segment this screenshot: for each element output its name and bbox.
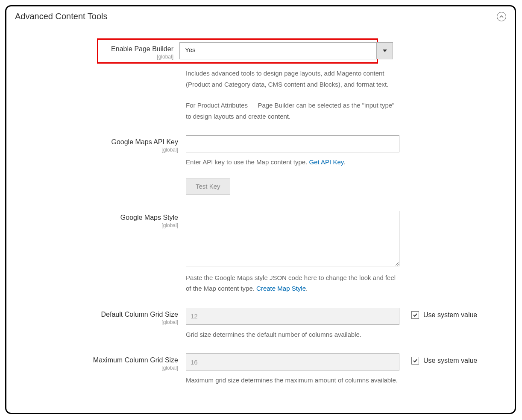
gmaps-style-textarea[interactable] — [186, 211, 399, 266]
checkbox-checked-icon — [411, 311, 419, 319]
collapse-icon[interactable] — [497, 12, 506, 21]
enable-page-builder-select[interactable]: Yes — [179, 42, 393, 59]
max-grid-help: Maximum grid size determines the maximum… — [186, 375, 399, 386]
test-key-button[interactable]: Test Key — [186, 178, 230, 195]
chevron-down-icon — [376, 43, 393, 59]
get-api-key-link[interactable]: Get API Key — [309, 158, 344, 166]
scope-label: [global] — [15, 222, 178, 228]
advanced-content-tools-panel: Advanced Content Tools Enable Page Build… — [5, 5, 516, 414]
gmaps-style-help: Paste the Google Maps style JSON code he… — [186, 272, 399, 294]
select-value: Yes — [180, 43, 376, 59]
gmaps-style-label: Google Maps Style — [15, 213, 178, 222]
scope-label: [global] — [15, 365, 178, 371]
scope-label: [global] — [15, 147, 178, 153]
default-grid-help: Grid size determines the default number … — [186, 329, 399, 340]
scope-label: [global] — [98, 54, 173, 60]
enable-page-builder-label: Enable Page Builder — [98, 45, 173, 53]
gmaps-api-key-label: Google Maps API Key — [15, 138, 178, 146]
gmaps-api-key-input[interactable] — [186, 135, 399, 152]
section-title: Advanced Content Tools — [15, 12, 107, 21]
default-grid-use-system-checkbox[interactable]: Use system value — [411, 311, 477, 319]
max-grid-input — [186, 353, 399, 370]
create-map-style-link[interactable]: Create Map Style — [256, 285, 306, 292]
enable-page-builder-help-1: Includes advanced tools to design page l… — [186, 68, 399, 90]
default-grid-label: Default Column Grid Size — [15, 310, 178, 318]
checkbox-checked-icon — [411, 357, 419, 365]
enable-page-builder-help-2: For Product Attributes — Page Builder ca… — [186, 100, 399, 122]
scope-label: [global] — [15, 319, 178, 325]
default-grid-input — [186, 308, 399, 325]
max-grid-label: Maximum Column Grid Size — [15, 356, 178, 364]
use-system-value-label: Use system value — [423, 357, 477, 365]
gmaps-api-key-help: Enter API key to use the Map content typ… — [186, 157, 399, 168]
use-system-value-label: Use system value — [423, 311, 477, 319]
max-grid-use-system-checkbox[interactable]: Use system value — [411, 357, 477, 365]
highlight-box: Enable Page Builder [global] Yes — [100, 38, 378, 64]
